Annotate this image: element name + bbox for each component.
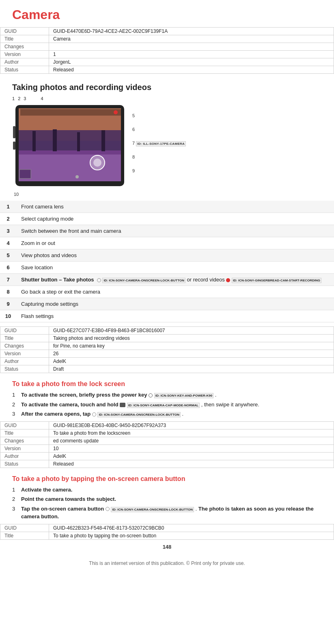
- item-number: 2: [0, 213, 16, 225]
- meta-label: GUID: [0, 421, 49, 429]
- item-text: Flash settings: [16, 310, 334, 322]
- item-number: 5: [0, 249, 16, 262]
- meta-label: Author: [0, 58, 49, 66]
- step-text: To activate the screen, briefly press th…: [21, 391, 322, 399]
- list-item: 2To activate the camera, touch and hold …: [12, 401, 322, 409]
- meta-label: Title: [0, 532, 49, 539]
- meta-label: Status: [0, 460, 49, 468]
- meta-value: To take a photo from the lockscreen: [49, 429, 334, 437]
- meta-value: GUID-981E3E0B-ED63-40BC-9450-82D67F92A37…: [49, 421, 334, 429]
- item-number: 4: [0, 237, 16, 249]
- meta-value: AdelK: [49, 452, 334, 460]
- svg-rect-5: [19, 155, 121, 181]
- table-row: 10Flash settings: [0, 310, 334, 322]
- item-text: Switch between the front and main camera: [16, 225, 334, 237]
- step-text: Tap the on-screen camera button ID: ICN-…: [21, 505, 322, 521]
- svg-point-14: [75, 175, 79, 178]
- item-text: Select capturing mode: [16, 213, 334, 225]
- meta-label: Title: [0, 35, 49, 43]
- meta-label: Author: [0, 358, 49, 365]
- meta-value: ed comments update: [49, 437, 334, 444]
- meta-value: JorgenL: [49, 58, 334, 66]
- step-text: Activate the camera.: [21, 486, 322, 494]
- table-row: 4Zoom in or out: [0, 237, 334, 249]
- step-text: After the camera opens, tap ID: ICN-SONY…: [21, 410, 322, 418]
- meta-label: Version: [0, 51, 49, 58]
- item-text: View photos and videos: [16, 249, 334, 262]
- step-number: 1: [12, 486, 21, 494]
- section2-heading: To take a photo from the lock screen: [12, 380, 322, 388]
- item-text: Capturing mode settings: [16, 298, 334, 310]
- diagram-label-8: 8: [132, 155, 186, 159]
- meta-label: Status: [0, 365, 49, 373]
- table-row: 3Switch between the front and main camer…: [0, 225, 334, 237]
- svg-rect-16: [19, 170, 31, 178]
- item-number: 3: [0, 225, 16, 237]
- diagram-label-1: 1: [12, 96, 15, 101]
- item-text: Go back a step or exit the camera: [16, 286, 334, 298]
- meta-value: [49, 43, 334, 51]
- meta-value: To take a photo by tapping the on-screen…: [49, 532, 334, 539]
- svg-rect-8: [77, 132, 80, 151]
- meta-table-2: GUIDGUID-6E27C077-E3B0-4F89-B463-8F1BC80…: [0, 326, 334, 373]
- page-number: 148: [0, 544, 334, 550]
- item-number: 7: [0, 274, 16, 286]
- table-row: 6Save location: [0, 262, 334, 274]
- meta-value: AdelK: [49, 358, 334, 365]
- meta-label: Status: [0, 66, 49, 74]
- item-text: Zoom in or out: [16, 237, 334, 249]
- table-row: 9Capturing mode settings: [0, 298, 334, 310]
- meta-label: Version: [0, 350, 49, 358]
- step-text: Point the camera towards the subject.: [21, 495, 322, 503]
- list-item: 1Activate the camera.: [12, 486, 322, 494]
- item-text: Save location: [16, 262, 334, 274]
- meta-value: Draft: [49, 365, 334, 373]
- item-number: 9: [0, 298, 16, 310]
- items-table-section: 1Front camera lens2Select capturing mode…: [0, 201, 334, 322]
- step-number: 2: [12, 401, 21, 409]
- meta-table-4: GUIDGUID-4622B323-F548-476E-8173-532072C…: [0, 524, 334, 540]
- meta-label: GUID: [0, 524, 49, 532]
- meta-value: for Pine, no camera key: [49, 342, 334, 350]
- meta-label: Changes: [0, 437, 49, 444]
- item-text: Front camera lens: [16, 201, 334, 213]
- svg-rect-15: [20, 109, 121, 116]
- section3-heading: To take a photo by tapping the on-screen…: [12, 475, 322, 483]
- diagram-label-7: 7 ID: ILL-SONY-17PE-CAMERA: [132, 141, 186, 146]
- meta-value: GUID-4622B323-F548-476E-8173-532072C9BCB…: [49, 524, 334, 532]
- meta-table-3: GUIDGUID-981E3E0B-ED63-40BC-9450-82D67F9…: [0, 421, 334, 468]
- meta-label: Changes: [0, 43, 49, 51]
- camera-diagram: 1 2 3 4: [12, 96, 322, 197]
- step-number: 2: [12, 495, 21, 503]
- footer-text: This is an internet version of this publ…: [89, 560, 245, 566]
- diagram-label-10: 10: [12, 192, 322, 197]
- svg-rect-9: [101, 130, 105, 151]
- step-number: 3: [12, 410, 21, 418]
- diagram-label-5: 5: [132, 113, 186, 118]
- meta-label: Title: [0, 429, 49, 437]
- table-row: 8Go back a step or exit the camera: [0, 286, 334, 298]
- diagram-label-9: 9: [132, 168, 186, 173]
- diagram-label-3: 3: [24, 96, 26, 101]
- svg-rect-10: [13, 126, 15, 138]
- meta-label: GUID: [0, 28, 49, 35]
- svg-rect-7: [53, 129, 57, 151]
- item-number: 10: [0, 310, 16, 322]
- item-number: 1: [0, 201, 16, 213]
- svg-point-17: [114, 110, 118, 114]
- id-badge-7: ID: ILL-SONY-17PE-CAMERA: [136, 141, 186, 146]
- meta-value: 26: [49, 350, 334, 358]
- meta-label: Title: [0, 335, 49, 342]
- page-footer: This is an internet version of this publ…: [0, 552, 334, 570]
- meta-value: GUID-E4470E6D-79A2-4CE2-AE2C-002C9F139F1…: [49, 28, 334, 35]
- list-item: 2Point the camera towards the subject.: [12, 495, 322, 503]
- table-row: 2Select capturing mode: [0, 213, 334, 225]
- section3-steps: 1Activate the camera.2Point the camera t…: [12, 486, 322, 521]
- meta-label: Author: [0, 452, 49, 460]
- table-row: 5View photos and videos: [0, 249, 334, 262]
- table-row: 7Shutter button – Take photos ID: ICN-SO…: [0, 274, 334, 286]
- meta-value: 1: [49, 51, 334, 58]
- section1-heading: Taking photos and recording videos: [12, 83, 322, 92]
- step-number: 1: [12, 391, 21, 399]
- meta-table-1: GUIDGUID-E4470E6D-79A2-4CE2-AE2C-002C9F1…: [0, 27, 334, 74]
